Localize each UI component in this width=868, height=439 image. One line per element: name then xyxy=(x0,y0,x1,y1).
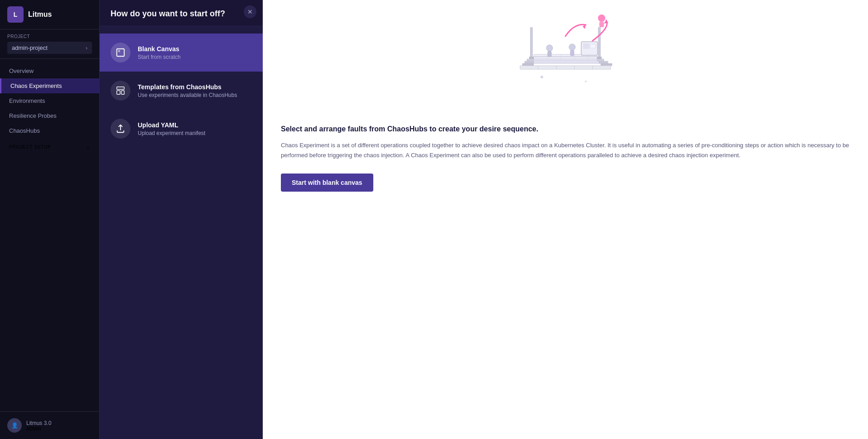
sidebar-item-resilience-probes[interactable]: Resilience Probes xyxy=(0,108,99,123)
dialog-illustration xyxy=(281,14,850,113)
svg-rect-1 xyxy=(118,50,121,53)
svg-rect-2 xyxy=(117,87,125,90)
dialog-desc-body: Chaos Experiment is a set of different o… xyxy=(281,140,850,160)
svg-rect-27 xyxy=(525,61,534,63)
sidebar-project-area: Project admin-project › xyxy=(0,29,99,59)
dialog-title: How do you want to start off? xyxy=(111,9,225,18)
start-blank-canvas-button[interactable]: Start with blank canvas xyxy=(281,174,373,192)
litmus-version: Litmus 3.0 xyxy=(26,420,51,426)
blank-canvas-subtitle: Start from scratch xyxy=(138,54,252,60)
svg-rect-30 xyxy=(599,61,608,63)
admin-label: ADMIN xyxy=(26,426,51,431)
templates-title: Templates from ChaosHubs xyxy=(138,83,252,91)
option-templates[interactable]: Templates from ChaosHubs Use experiments… xyxy=(100,72,263,110)
project-selector[interactable]: admin-project › xyxy=(7,42,92,54)
templates-subtitle: Use experiments available in ChaosHubs xyxy=(138,92,252,98)
dialog-header: How do you want to start off? xyxy=(100,0,263,26)
sidebar: L Litmus Project admin-project › Overvie… xyxy=(0,0,100,439)
svg-rect-19 xyxy=(590,44,596,48)
upload-yaml-subtitle: Upload experiment manifest xyxy=(138,130,252,136)
svg-rect-25 xyxy=(599,22,604,27)
svg-point-22 xyxy=(569,44,575,50)
sidebar-item-chaos-experiments[interactable]: Chaos Experiments xyxy=(0,78,99,93)
sidebar-nav: Overview Chaos Experiments Environments … xyxy=(0,59,99,411)
dialog-options: Blank Canvas Start from scratch xyxy=(100,26,263,439)
svg-rect-18 xyxy=(583,43,589,49)
dialog-overlay: ✕ How do you want to start off? xyxy=(100,0,868,439)
sidebar-item-overview[interactable]: Overview xyxy=(0,63,99,78)
dialog-desc-title: Select and arrange faults from ChaosHubs… xyxy=(281,124,538,134)
upload-yaml-title: Upload YAML xyxy=(138,121,252,129)
sidebar-logo-text: Litmus xyxy=(28,10,52,19)
svg-rect-4 xyxy=(121,91,124,94)
dialog-right-panel: Select and arrange faults from ChaosHubs… xyxy=(263,0,868,439)
blank-canvas-title: Blank Canvas xyxy=(138,45,252,53)
dialog-container: ✕ How do you want to start off? xyxy=(100,0,868,439)
svg-point-38 xyxy=(585,81,587,82)
sidebar-item-label: ChaosHubs xyxy=(9,127,40,134)
blank-canvas-icon-circle xyxy=(111,43,130,63)
svg-rect-7 xyxy=(530,27,533,60)
dialog-left-panel: ✕ How do you want to start off? xyxy=(100,0,263,439)
option-upload-yaml[interactable]: Upload YAML Upload experiment manifest xyxy=(100,110,263,148)
sidebar-item-label: Chaos Experiments xyxy=(10,82,62,89)
upload-icon xyxy=(116,124,125,134)
sidebar-item-chaoshubs[interactable]: ChaosHubs xyxy=(0,123,99,138)
project-name: admin-project xyxy=(12,44,48,51)
svg-rect-29 xyxy=(597,59,604,61)
main-content: My Project › Chaos Experiments › demo ✏️… xyxy=(100,0,868,439)
sidebar-project-label: Project xyxy=(7,34,92,39)
sidebar-item-label: Resilience Probes xyxy=(9,112,57,119)
sidebar-bottom: 👤 Litmus 3.0 ADMIN xyxy=(0,411,99,439)
svg-rect-32 xyxy=(520,66,611,69)
svg-rect-21 xyxy=(548,51,551,57)
option-blank-canvas[interactable]: Blank Canvas Start from scratch xyxy=(100,34,263,72)
sidebar-item-label: Environments xyxy=(9,97,45,104)
svg-rect-31 xyxy=(601,63,612,66)
svg-rect-28 xyxy=(522,63,534,66)
blank-canvas-option-text: Blank Canvas Start from scratch xyxy=(138,45,252,60)
sidebar-version-info: Litmus 3.0 ADMIN xyxy=(26,420,51,431)
avatar: 👤 xyxy=(7,418,22,433)
svg-point-20 xyxy=(546,45,553,51)
litmus-logo-icon: L xyxy=(7,6,24,23)
templates-option-text: Templates from ChaosHubs Use experiments… xyxy=(138,83,252,98)
svg-rect-23 xyxy=(570,50,574,56)
svg-rect-0 xyxy=(117,49,125,57)
upload-yaml-icon-circle xyxy=(111,119,130,139)
chevron-right-icon: › xyxy=(86,45,87,51)
templates-icon xyxy=(116,86,125,96)
upload-yaml-option-text: Upload YAML Upload experiment manifest xyxy=(138,121,252,136)
sidebar-logo-area: L Litmus xyxy=(0,0,99,29)
blank-canvas-icon xyxy=(116,48,125,58)
dialog-close-button[interactable]: ✕ xyxy=(244,5,256,18)
svg-rect-9 xyxy=(598,27,601,60)
templates-icon-circle xyxy=(111,81,130,101)
svg-rect-26 xyxy=(527,59,534,61)
sidebar-item-label: Overview xyxy=(9,68,34,74)
sidebar-item-environments[interactable]: Environments xyxy=(0,93,99,108)
svg-point-24 xyxy=(598,14,605,22)
chevron-down-icon: ⌄ xyxy=(86,145,90,150)
svg-rect-3 xyxy=(117,91,120,94)
close-icon: ✕ xyxy=(247,8,253,15)
blank-canvas-illustration xyxy=(502,14,629,113)
project-setup-section[interactable]: PROJECT SETUP ⌄ xyxy=(0,138,99,152)
